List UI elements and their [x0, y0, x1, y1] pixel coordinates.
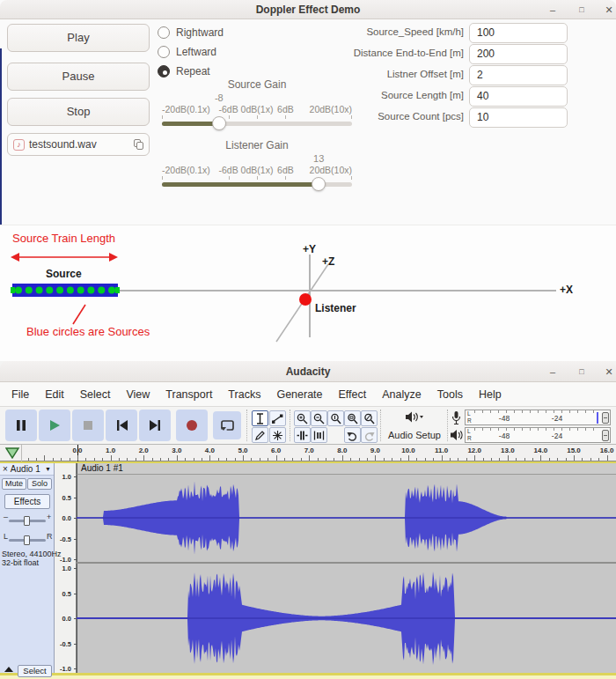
menu-select[interactable]: Select [72, 385, 119, 404]
meter-slider-knob[interactable] [602, 430, 609, 441]
trim-audio-button[interactable] [294, 427, 311, 443]
field-input[interactable]: 200 [469, 44, 568, 64]
silence-audio-button[interactable] [311, 427, 327, 443]
pan-slider-thumb[interactable] [24, 535, 30, 545]
recording-meter[interactable]: LR -48-24 [465, 410, 611, 425]
minimize-icon[interactable]: – [546, 365, 560, 379]
radio-leftward[interactable]: Leftward [158, 45, 216, 59]
field-input[interactable]: 2 [469, 65, 568, 85]
audio-setup-label: Audio Setup [384, 430, 445, 440]
record-button[interactable] [176, 410, 208, 441]
menu-transport[interactable]: Transport [158, 385, 220, 404]
mute-button[interactable]: Mute [2, 478, 26, 490]
maximize-icon[interactable]: □ [575, 3, 589, 17]
radio-dot[interactable] [158, 26, 170, 39]
menu-tools[interactable]: Tools [429, 385, 471, 404]
menu-analyze[interactable]: Analyze [374, 385, 429, 404]
play-icon [48, 419, 61, 432]
radio-repeat[interactable]: Repeat [158, 64, 210, 78]
play-button[interactable]: Play [7, 24, 150, 52]
audio-setup-button[interactable]: Audio Setup [384, 409, 445, 443]
timeline-label: 0.0 [72, 447, 82, 454]
zoom-toggle-button[interactable] [361, 410, 378, 426]
skip-to-start-button[interactable] [106, 410, 137, 441]
loop-button[interactable] [213, 411, 241, 439]
solo-button[interactable]: Solo [27, 478, 52, 490]
menu-edit[interactable]: Edit [37, 385, 72, 404]
playback-meter[interactable]: LR -48-24 [465, 427, 611, 443]
gain-slider-thumb[interactable] [24, 516, 30, 526]
fit-project-button[interactable] [344, 410, 361, 426]
maximize-icon[interactable]: □ [575, 365, 589, 379]
field-input[interactable]: 100 [469, 23, 568, 43]
menu-file[interactable]: File [4, 385, 37, 404]
track-header[interactable]: × Audio 1 ▼ [0, 463, 54, 476]
zoom-out-button[interactable] [311, 410, 327, 426]
track-name[interactable]: Audio 1 [11, 464, 40, 474]
radio-label: Rightward [176, 26, 224, 39]
timeline-label: 15.0 [567, 447, 581, 454]
draw-tool-button[interactable] [252, 427, 268, 443]
undo-button[interactable] [344, 427, 361, 443]
stop-button[interactable] [72, 410, 104, 441]
zoom-in-button[interactable] [294, 410, 311, 426]
select-button[interactable]: Select [18, 665, 52, 677]
menu-help[interactable]: Help [471, 385, 510, 404]
loop-icon [220, 418, 234, 432]
skip-start-icon [115, 419, 128, 432]
meter-scale-label: -48 [499, 432, 510, 440]
timeline-label: 12.0 [467, 447, 481, 454]
field-input[interactable]: 10 [469, 107, 568, 128]
scale-label: -6dB [219, 104, 238, 114]
audacity-window: Audacity – □ ✕ FileEditSelectViewTranspo… [0, 361, 616, 679]
redo-button[interactable] [361, 427, 378, 443]
menu-view[interactable]: View [118, 385, 158, 404]
clip-title-bar[interactable]: Audio 1 #1 [77, 463, 616, 475]
meter-tick [561, 428, 562, 431]
stop-button[interactable]: Stop [7, 98, 150, 126]
field-label: Listner Offset [m] [288, 69, 464, 79]
waveform-channel2[interactable] [77, 564, 616, 673]
field-input[interactable]: 40 [469, 86, 568, 107]
copy-icon[interactable] [134, 139, 143, 150]
pause-button[interactable]: Pause [7, 63, 150, 91]
timeline-tick [292, 458, 293, 461]
meter-tick [482, 428, 483, 431]
timeline-ruler[interactable]: 0.01.02.03.04.05.06.07.08.09.010.011.012… [0, 445, 616, 461]
stop-icon [82, 419, 94, 432]
radio-rightward[interactable]: Rightward [158, 26, 224, 40]
play-button[interactable] [39, 410, 70, 441]
collapse-track-icon[interactable] [4, 667, 13, 672]
doppler-window-title: Doppler Effect Demo [0, 4, 616, 16]
close-icon[interactable]: ✕ [602, 3, 616, 17]
track-menu-caret-icon[interactable]: ▼ [45, 466, 51, 472]
radio-dot[interactable] [158, 65, 170, 77]
radio-dot[interactable] [158, 46, 170, 58]
close-icon[interactable]: ✕ [602, 365, 616, 379]
menu-effect[interactable]: Effect [331, 385, 375, 404]
pause-button[interactable] [5, 410, 37, 441]
envelope-tool-button[interactable] [269, 410, 286, 426]
selection-tool-button[interactable] [252, 410, 268, 426]
menu-generate[interactable]: Generate [268, 385, 330, 404]
waveform-channel1[interactable] [77, 475, 616, 562]
multi-tool-button[interactable] [269, 427, 286, 443]
meter-slider-knob[interactable] [602, 412, 609, 424]
track-close-icon[interactable]: × [3, 464, 8, 474]
listener-gain-thumb[interactable] [312, 177, 326, 191]
fit-selection-button[interactable] [327, 410, 344, 426]
playback-speaker-icon [450, 429, 463, 441]
effects-button[interactable]: Effects [4, 494, 50, 509]
source-gain-thumb[interactable] [212, 116, 226, 130]
skip-to-end-button[interactable] [139, 410, 171, 441]
source-dot [15, 287, 22, 294]
listener-gain-slider[interactable] [162, 182, 352, 187]
menu-tracks[interactable]: Tracks [220, 385, 268, 404]
play-marker-icon[interactable] [5, 447, 20, 459]
meter-tick [569, 428, 570, 431]
ruler-value-label: 1.0 [55, 473, 71, 481]
meter-tick [585, 428, 586, 431]
minimize-icon[interactable]: – [546, 3, 560, 17]
file-chooser-button[interactable]: ♪ testsound.wav [7, 133, 150, 156]
doppler-window: Doppler Effect Demo – □ ✕ Play Pause Sto… [0, 0, 616, 361]
